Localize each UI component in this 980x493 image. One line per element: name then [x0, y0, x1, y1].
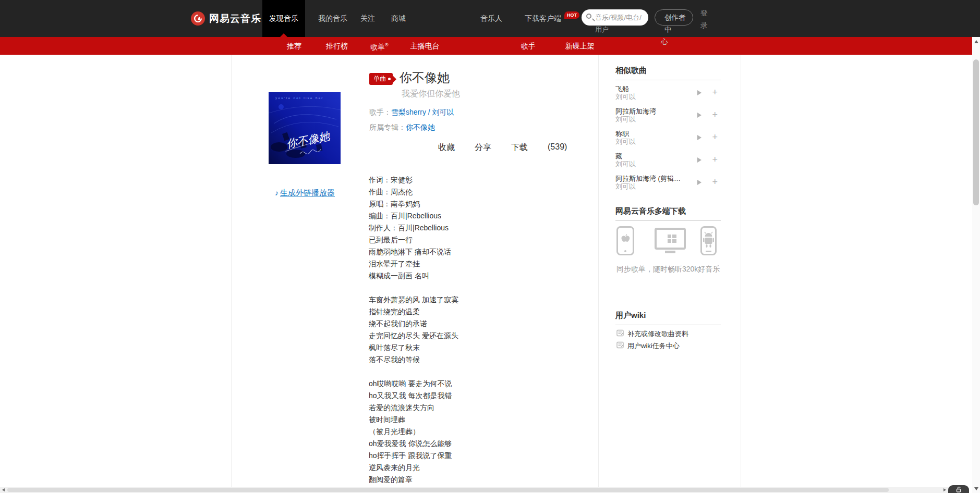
subnav-item[interactable]: 新碟上架	[565, 37, 595, 55]
document-edit-icon	[616, 329, 624, 339]
lyric-line: 翻阅爱的篇章	[369, 474, 458, 486]
similar-song-row: 阿拉斯加海湾 刘可以 +	[615, 107, 721, 123]
unlock-icon	[955, 486, 962, 492]
lyric-line: 编曲：百川|Rebellious	[369, 210, 458, 222]
login-link[interactable]: 登录	[700, 7, 710, 31]
nav-item[interactable]: 下载客户端 HOT	[525, 14, 579, 23]
subnav-item-label: 新碟上架	[565, 42, 595, 50]
vertical-scrollbar[interactable]	[972, 37, 980, 493]
lyric-line: 走完回忆的尽头 爱还在源头	[369, 330, 458, 342]
download-description: 同步歌单，随时畅听320k好音乐	[616, 264, 724, 274]
similar-song-title[interactable]: 阿拉斯加海湾 (剪辑…	[615, 175, 699, 182]
generate-outlink-player[interactable]: ♪生成外链播放器	[275, 188, 335, 198]
lyric-line: 枫叶落尽了秋末	[369, 342, 458, 354]
lyric-line: 模糊成一副画 名叫	[369, 270, 458, 282]
device-icons	[616, 226, 721, 255]
lyric-line: 车窗外萧瑟的风 加速了寂寞	[369, 294, 458, 306]
subnav-item[interactable]: 推荐	[287, 37, 301, 55]
nav-item-label: 发现音乐	[269, 14, 298, 23]
scroll-left-arrow-icon[interactable]	[2, 488, 5, 491]
lyric-line: 逆风袭来的月光	[369, 462, 458, 474]
play-icon[interactable]	[697, 157, 701, 163]
similar-song-artist[interactable]: 刘可以	[615, 182, 721, 190]
subnav-item[interactable]: 歌手	[521, 37, 536, 55]
play-icon[interactable]	[697, 113, 701, 118]
wiki-link[interactable]: 用户wiki任务中心	[616, 342, 724, 350]
scroll-down-arrow-icon[interactable]	[974, 487, 978, 490]
album-link[interactable]: 你不像她	[406, 123, 435, 131]
action-button[interactable]: 分享	[475, 142, 491, 153]
play-icon[interactable]	[697, 90, 701, 95]
document-edit-icon	[616, 341, 624, 351]
similar-song-artist[interactable]: 刘可以	[615, 138, 721, 145]
play-icon[interactable]	[697, 180, 701, 185]
scroll-right-arrow-icon[interactable]	[943, 488, 946, 491]
nav-item[interactable]: 关注	[360, 14, 375, 23]
lyric-line: 已到最后一行	[369, 234, 458, 246]
subnav-item[interactable]: 排行榜	[326, 37, 348, 55]
similar-song-row: 阿拉斯加海湾 (剪辑… 刘可以 +	[615, 175, 721, 190]
add-icon[interactable]: +	[712, 109, 718, 120]
album-label: 所属专辑：	[369, 123, 406, 131]
login-line: 录	[700, 19, 710, 31]
nav-item[interactable]: 我的音乐	[318, 14, 347, 23]
subnav-item-label: 歌单	[370, 43, 385, 51]
similar-song-artist[interactable]: 刘可以	[615, 115, 721, 123]
subnav-item-label: 主播电台	[410, 42, 440, 50]
vertical-scrollbar-thumb[interactable]	[973, 59, 979, 205]
player-lock-tab[interactable]	[948, 485, 969, 493]
action-button[interactable]: 下载	[511, 142, 528, 153]
similar-song-title[interactable]: 称职	[615, 130, 699, 138]
subnav-item[interactable]: 歌单®	[370, 36, 389, 56]
lyric-line: 制作人：百川|Rebellious	[369, 222, 458, 234]
multi-device-download-title: 网易云音乐多端下载	[615, 206, 721, 221]
nav-item[interactable]: 发现音乐	[262, 0, 305, 37]
lyric-line: ho挥手挥手 跟我说了保重	[369, 450, 458, 462]
similar-song-title[interactable]: 阿拉斯加海湾	[615, 107, 699, 115]
wiki-link-label: 用户wiki任务中心	[627, 342, 680, 350]
android-download-icon[interactable]	[700, 226, 717, 257]
top-navbar: 网易云音乐 发现音乐 我的音乐 关注 商城 音乐人	[0, 0, 980, 37]
similar-song-title[interactable]: 飞船	[615, 85, 699, 93]
song-actions: 收藏分享下载(539)	[438, 142, 567, 153]
play-icon[interactable]	[697, 135, 701, 140]
similar-song-artist[interactable]: 刘可以	[615, 160, 721, 168]
add-icon[interactable]: +	[712, 131, 718, 143]
add-icon[interactable]: +	[712, 154, 718, 165]
scroll-up-arrow-icon[interactable]	[974, 40, 978, 43]
lyric-line: 作曲：周杰伦	[369, 186, 458, 198]
add-icon[interactable]: +	[712, 176, 718, 188]
wiki-link-label: 补充或修改歌曲资料	[627, 330, 688, 338]
music-note-icon: ♪	[275, 189, 279, 197]
similar-song-title[interactable]: 藏	[615, 152, 699, 160]
song-title: 你不像她	[400, 69, 450, 87]
iphone-download-icon[interactable]	[616, 226, 634, 257]
subnav-item[interactable]: 主播电台	[410, 37, 440, 55]
wiki-link[interactable]: 补充或修改歌曲资料	[616, 330, 724, 338]
creator-center-button[interactable]	[655, 9, 693, 26]
search-input[interactable]	[582, 9, 648, 26]
add-icon[interactable]: +	[712, 87, 718, 98]
lyric-line: 被时间埋葬	[369, 414, 458, 426]
lyric-line: oh哎哟哎哟 要走为何不说	[369, 378, 458, 390]
search-icon	[586, 14, 591, 19]
lyric-line	[369, 282, 458, 294]
lyric-line: 若爱的流浪迷失方向	[369, 402, 458, 414]
subnav-item-label: 歌手	[521, 42, 536, 50]
lyric-line: 原唱：南拳妈妈	[369, 198, 458, 210]
action-button[interactable]: 收藏	[438, 142, 455, 153]
nav-item[interactable]: 音乐人	[480, 14, 502, 23]
horizontal-scrollbar-thumb[interactable]	[7, 488, 889, 492]
artist-row: 歌手：雪梨sherry / 刘可以	[369, 108, 454, 117]
horizontal-scrollbar[interactable]	[0, 487, 949, 493]
action-button[interactable]: (539)	[548, 142, 567, 153]
similar-song-artist[interactable]: 刘可以	[615, 93, 721, 101]
nav-item[interactable]: 商城	[391, 14, 406, 23]
column-divider	[598, 55, 599, 493]
nav-item-label: 音乐人	[480, 14, 502, 22]
artist-link[interactable]: 雪梨sherry / 刘可以	[391, 108, 454, 116]
pc-download-icon[interactable]	[655, 228, 686, 256]
similar-songs-title: 相似歌曲	[615, 66, 721, 80]
sub-navbar: 推荐 排行榜 歌单® 主播电台 歌手 新碟上架	[0, 37, 980, 55]
similar-song-row: 称职 刘可以 +	[615, 130, 721, 145]
